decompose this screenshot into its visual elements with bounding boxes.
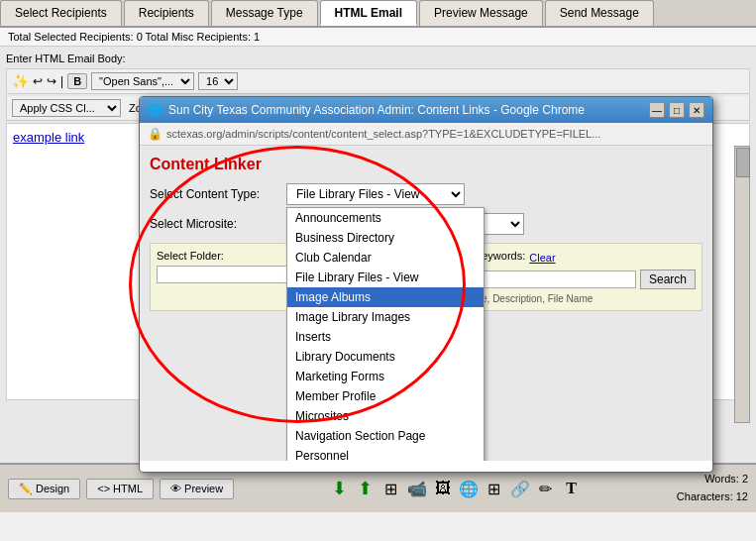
dropdown-item-personnel[interactable]: Personnel — [287, 446, 484, 461]
font-icon[interactable]: T — [561, 478, 583, 499]
eye-icon: 👁 — [170, 483, 181, 494]
browser-icon: 🌐 — [148, 103, 162, 117]
editor-toolbar-row1: ✨ ↩ ↪ | B "Open Sans",... 16p — [6, 68, 750, 94]
bold-button[interactable]: B — [67, 73, 87, 89]
gallery-icon[interactable]: 🖼 — [432, 478, 454, 499]
arrow-down-icon[interactable]: ⬇ — [329, 478, 351, 499]
dropdown-item-file-library[interactable]: File Library Files - View — [287, 268, 484, 287]
maximize-button[interactable]: □ — [669, 102, 685, 118]
dropdown-item-inserts[interactable]: Inserts — [287, 327, 484, 347]
example-link[interactable]: example link — [13, 130, 84, 145]
microsite-label: Select Microsite: — [150, 217, 278, 231]
dropdown-item-library-documents[interactable]: Library Documents — [287, 347, 484, 367]
tab-message-type[interactable]: Message Type — [211, 0, 318, 26]
sparkle-icon: ✨ — [12, 73, 29, 89]
lock-icon: 🔒 — [148, 127, 162, 141]
css-class-select[interactable]: Apply CSS Cl... — [12, 99, 121, 117]
content-type-dropdown-container: File Library Files - View Announcements … — [286, 183, 465, 205]
separator: | — [60, 74, 63, 88]
undo-icon[interactable]: ↩ — [33, 74, 43, 88]
tab-preview-message[interactable]: Preview Message — [419, 0, 543, 26]
font-select[interactable]: "Open Sans",... — [91, 72, 194, 90]
html-email-label: Enter HTML Email Body: — [6, 53, 750, 64]
url-text: sctexas.org/admin/scripts/content/conten… — [166, 128, 704, 140]
scrollbar-thumb[interactable] — [736, 148, 750, 177]
tab-select-recipients[interactable]: Select Recipients — [0, 0, 122, 26]
design-button[interactable]: ✏️ Design — [8, 479, 80, 499]
tab-html-email[interactable]: HTML Email — [320, 0, 417, 26]
characters-count: Characters: 12 — [677, 488, 748, 506]
modal-address-bar: 🔒 sctexas.org/admin/scripts/content/cont… — [140, 123, 712, 146]
preview-button[interactable]: 👁 Preview — [160, 479, 234, 499]
bottom-center-icons: ⬇ ⬆ ⊞ 📹 🖼 🌐 ⊞ 🔗 ✏ T — [329, 478, 583, 499]
search-button[interactable]: Search — [640, 270, 696, 289]
video-icon[interactable]: 📹 — [406, 478, 428, 499]
modal-titlebar-controls: — □ ✕ — [649, 102, 704, 118]
redo-icon[interactable]: ↪ — [47, 74, 56, 88]
dropdown-item-navigation-section-page[interactable]: Navigation Section Page — [287, 426, 484, 446]
dropdown-item-business-directory[interactable]: Business Directory — [287, 228, 484, 248]
modal-window: 🌐 Sun City Texas Community Association A… — [139, 96, 713, 473]
dropdown-item-microsites[interactable]: Microsites — [287, 406, 484, 426]
tab-bar: Select Recipients Recipients Message Typ… — [0, 0, 756, 28]
table-icon[interactable]: ⊞ — [380, 478, 402, 499]
dropdown-item-announcements[interactable]: Announcements — [287, 208, 484, 228]
modal-titlebar: 🌐 Sun City Texas Community Association A… — [140, 97, 712, 123]
dropdown-item-image-albums[interactable]: Image Albums — [287, 287, 484, 307]
size-select[interactable]: 16p — [198, 72, 238, 90]
recipients-info: Total Selected Recipients: 0 Total Misc … — [8, 31, 260, 43]
dropdown-item-member-profile[interactable]: Member Profile — [287, 386, 484, 406]
modal-title: Sun City Texas Community Association Adm… — [168, 103, 585, 117]
modal-body: Content Linker Select Content Type: File… — [140, 146, 712, 461]
tab-recipients[interactable]: Recipients — [124, 0, 209, 26]
word-count: Words: 2 Characters: 12 — [677, 471, 748, 505]
minimize-button[interactable]: — — [649, 102, 665, 118]
app-icon[interactable]: ⊞ — [484, 478, 505, 499]
html-button[interactable]: <> HTML — [86, 479, 154, 499]
close-button[interactable]: ✕ — [689, 102, 704, 118]
content-type-row: Select Content Type: File Library Files … — [150, 183, 702, 205]
content-type-label: Select Content Type: — [150, 187, 278, 201]
link-icon[interactable]: 🔗 — [509, 478, 531, 499]
bottom-left-buttons: ✏️ Design <> HTML 👁 Preview — [8, 479, 234, 499]
dropdown-item-image-library-images[interactable]: Image Library Images — [287, 307, 484, 327]
modal-titlebar-left: 🌐 Sun City Texas Community Association A… — [148, 103, 585, 117]
content-type-dropdown-menu: Announcements Business Directory Club Ca… — [286, 207, 485, 461]
content-type-select[interactable]: File Library Files - View — [286, 183, 465, 205]
modal-heading: Content Linker — [150, 156, 702, 173]
network-icon[interactable]: 🌐 — [458, 478, 480, 499]
pencil-icon: ✏️ — [19, 483, 33, 495]
info-bar: Total Selected Recipients: 0 Total Misc … — [0, 28, 756, 47]
edit-icon[interactable]: ✏ — [535, 478, 557, 499]
words-count: Words: 2 — [677, 471, 748, 488]
clear-link[interactable]: Clear — [529, 252, 555, 264]
dropdown-item-marketing-forms[interactable]: Marketing Forms — [287, 367, 484, 386]
arrow-up-icon[interactable]: ⬆ — [355, 478, 377, 499]
dropdown-item-club-calendar[interactable]: Club Calendar — [287, 248, 484, 268]
tab-send-message[interactable]: Send Message — [545, 0, 654, 26]
main-area: Enter HTML Email Body: ✨ ↩ ↪ | B "Open S… — [0, 47, 756, 512]
scrollbar[interactable] — [734, 146, 750, 423]
code-icon: <> — [97, 483, 110, 494]
